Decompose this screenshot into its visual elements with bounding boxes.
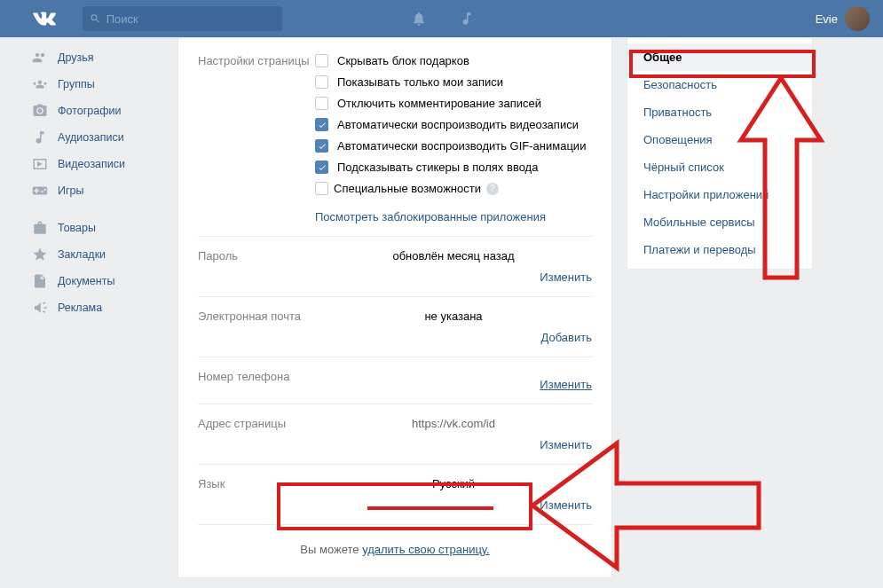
row-label-password: Пароль bbox=[198, 249, 315, 284]
checkbox[interactable] bbox=[315, 118, 328, 131]
row-label-email: Электронная почта bbox=[198, 310, 315, 344]
music-icon[interactable] bbox=[459, 11, 475, 27]
row-action-password[interactable]: Изменить bbox=[540, 270, 592, 284]
checkbox-row[interactable]: Автоматически воспроизводить GIF-анимаци… bbox=[315, 139, 592, 153]
checkbox-row[interactable]: Показывать только мои записи bbox=[315, 75, 592, 89]
checkbox-row[interactable]: Автоматически воспроизводить видеозаписи bbox=[315, 118, 592, 131]
checkbox[interactable] bbox=[315, 182, 328, 195]
checkbox[interactable] bbox=[315, 97, 328, 110]
checkbox-label: Автоматически воспроизводить видеозаписи bbox=[337, 118, 579, 131]
vk-logo[interactable] bbox=[31, 5, 58, 32]
sidebar-item-gamepad[interactable]: Игры bbox=[31, 177, 160, 204]
sidebar-item-music[interactable]: Аудиозаписи bbox=[31, 124, 160, 151]
checkbox-label: Скрывать блок подарков bbox=[337, 54, 469, 67]
help-icon[interactable]: ? bbox=[486, 183, 499, 195]
delete-account-text: Вы можете удалить свою страницу. bbox=[198, 525, 592, 556]
checkbox[interactable] bbox=[315, 54, 328, 67]
settings-nav: ОбщееБезопасностьПриватностьОповещенияЧё… bbox=[627, 37, 813, 270]
video-icon bbox=[31, 155, 49, 173]
blocked-apps-link[interactable]: Посмотреть заблокированные приложения bbox=[315, 210, 592, 223]
special-label: Специальные возможности bbox=[334, 182, 481, 195]
music-icon bbox=[31, 129, 49, 146]
sidebar-item-group[interactable]: Группы bbox=[31, 71, 160, 98]
bell-icon[interactable] bbox=[411, 11, 427, 27]
row-action-email[interactable]: Добавить bbox=[541, 331, 592, 344]
doc-icon bbox=[31, 272, 49, 290]
avatar bbox=[845, 6, 870, 31]
checkbox-label: Показывать только мои записи bbox=[337, 75, 503, 89]
camera-icon bbox=[31, 102, 49, 120]
horn-icon bbox=[31, 299, 49, 317]
settings-nav-item[interactable]: Платежи и переводы bbox=[627, 236, 812, 263]
settings-panel: Настройки страницы Скрывать блок подарко… bbox=[177, 37, 612, 578]
sidebar-item-people[interactable]: Друзья bbox=[31, 44, 160, 71]
checkbox-label: Отключить комментирование записей bbox=[337, 97, 541, 110]
checkbox-label: Подсказывать стикеры в полях ввода bbox=[337, 161, 538, 174]
row-value-lang: Русский bbox=[432, 477, 475, 490]
settings-nav-item[interactable]: Безопасность bbox=[627, 71, 812, 98]
search-input[interactable] bbox=[106, 12, 275, 26]
group-icon bbox=[31, 75, 49, 93]
left-sidebar: ДрузьяГруппыФотографииАудиозаписиВидеоза… bbox=[0, 37, 160, 578]
sidebar-item-label: Закладки bbox=[58, 248, 106, 261]
row-value-email: не указана bbox=[424, 310, 482, 323]
top-header: Evie bbox=[0, 0, 883, 37]
settings-nav-item[interactable]: Мобильные сервисы bbox=[627, 208, 812, 236]
row-value-address: https://vk.com/id bbox=[412, 417, 495, 430]
bag-icon bbox=[31, 219, 49, 237]
search-icon bbox=[90, 12, 101, 25]
page-settings-label: Настройки страницы bbox=[198, 54, 315, 223]
sidebar-item-label: Документы bbox=[58, 275, 114, 287]
checkbox-row[interactable]: Скрывать блок подарков bbox=[315, 54, 592, 67]
sidebar-item-camera[interactable]: Фотографии bbox=[31, 98, 160, 124]
user-menu[interactable]: Evie bbox=[816, 6, 870, 31]
sidebar-item-label: Группы bbox=[58, 78, 95, 90]
row-action-address[interactable]: Изменить bbox=[540, 438, 592, 451]
checkbox-row[interactable]: Отключить комментирование записей bbox=[315, 97, 592, 110]
sidebar-item-label: Друзья bbox=[58, 51, 94, 64]
checkbox[interactable] bbox=[315, 139, 328, 153]
checkbox[interactable] bbox=[315, 75, 328, 89]
sidebar-item-label: Аудиозаписи bbox=[58, 131, 124, 144]
sidebar-item-label: Реклама bbox=[58, 302, 102, 314]
sidebar-item-label: Товары bbox=[58, 222, 96, 234]
sidebar-item-star[interactable]: Закладки bbox=[31, 241, 160, 268]
row-value-password: обновлён месяц назад bbox=[392, 249, 514, 263]
settings-nav-item[interactable]: Чёрный список bbox=[627, 153, 812, 181]
row-label-phone: Номер телефона bbox=[198, 370, 315, 391]
sidebar-item-label: Игры bbox=[58, 184, 83, 197]
sidebar-item-bag[interactable]: Товары bbox=[31, 215, 160, 241]
settings-nav-item[interactable]: Оповещения bbox=[627, 126, 812, 153]
row-action-lang[interactable]: Изменить bbox=[540, 498, 592, 512]
settings-nav-item[interactable]: Общее bbox=[627, 43, 812, 71]
username: Evie bbox=[816, 12, 838, 26]
row-label-address: Адрес страницы bbox=[198, 417, 315, 451]
sidebar-item-video[interactable]: Видеозаписи bbox=[31, 151, 160, 177]
search-box[interactable] bbox=[83, 6, 282, 31]
sidebar-item-horn[interactable]: Реклама bbox=[31, 294, 160, 321]
sidebar-item-label: Фотографии bbox=[58, 105, 121, 117]
people-icon bbox=[31, 49, 49, 67]
settings-nav-item[interactable]: Настройки приложений bbox=[627, 181, 812, 208]
sidebar-item-label: Видеозаписи bbox=[58, 158, 125, 170]
settings-nav-item[interactable]: Приватность bbox=[627, 98, 812, 126]
checkbox-row[interactable]: Подсказывать стикеры в полях ввода bbox=[315, 161, 592, 174]
row-action-phone[interactable]: Изменить bbox=[540, 378, 592, 391]
header-icons bbox=[411, 11, 475, 27]
star-icon bbox=[31, 246, 49, 263]
checkbox-label: Автоматически воспроизводить GIF-анимаци… bbox=[337, 139, 586, 153]
checkbox[interactable] bbox=[315, 161, 328, 174]
sidebar-item-doc[interactable]: Документы bbox=[31, 268, 160, 294]
delete-page-link[interactable]: удалить свою страницу. bbox=[362, 543, 490, 556]
row-label-lang: Язык bbox=[198, 477, 315, 512]
gamepad-icon bbox=[31, 182, 49, 200]
